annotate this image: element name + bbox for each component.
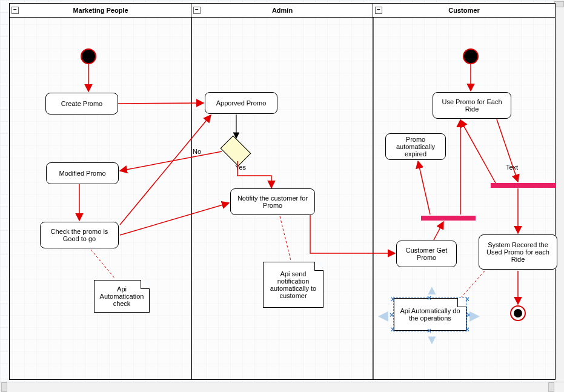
activity-label: Create Promo <box>61 100 102 107</box>
move-arrow-up[interactable]: ▲ <box>425 282 439 298</box>
note-corner-icon <box>314 262 323 271</box>
lane-header-customer: − Customer <box>373 4 555 18</box>
initial-node-marketing[interactable] <box>81 48 96 64</box>
activity-approved-promo[interactable]: Apporved Promo <box>205 92 277 114</box>
move-arrow-right[interactable]: ▶ <box>469 308 480 324</box>
activity-label: System Recored the Used Promo for each R… <box>482 241 554 263</box>
lane-header-admin: − Admin <box>191 4 373 18</box>
ruler-right-marker[interactable] <box>548 382 554 392</box>
activity-label: Apporved Promo <box>216 99 267 107</box>
activity-create-promo[interactable]: Create Promo <box>45 93 118 115</box>
fork-left[interactable] <box>421 216 476 221</box>
activity-use-promo[interactable]: Use Promo for Each Ride <box>433 92 511 119</box>
activity-label: Modified Promo <box>59 170 105 177</box>
note-corner-icon <box>141 280 150 289</box>
ruler-left-marker[interactable] <box>1 382 7 392</box>
note-label: Api Automatication check <box>97 285 147 307</box>
lane-toggle-admin[interactable]: − <box>193 7 201 14</box>
selection-handle[interactable]: × <box>390 311 394 319</box>
lane-header-marketing: − Marketing People <box>10 4 191 18</box>
activity-label: Use Promo for Each Ride <box>436 98 508 113</box>
activity-modified-promo[interactable]: Modified Promo <box>46 162 119 184</box>
final-node[interactable] <box>510 305 526 321</box>
activity-promo-expired[interactable]: Promo automatically expired <box>385 133 446 160</box>
selection-handle[interactable]: × <box>465 325 469 334</box>
note-api-auto-ops[interactable]: Api Automatically do the operations × × … <box>394 298 466 331</box>
note-label: Api send notification automatically to c… <box>266 270 320 299</box>
activity-label: Notifity the customer for Promo <box>233 194 312 209</box>
decision-label-no: No <box>193 148 201 155</box>
move-arrow-left[interactable]: ◀ <box>378 308 388 324</box>
move-arrow-down[interactable]: ▼ <box>425 332 439 348</box>
activity-label: Promo automatically expired <box>388 136 443 158</box>
activity-system-record[interactable]: System Recored the Used Promo for each R… <box>479 234 557 270</box>
lane-title-customer: Customer <box>448 7 479 14</box>
activity-check-promo[interactable]: Check the promo is Good to go <box>40 222 119 248</box>
initial-node-customer[interactable] <box>463 48 479 64</box>
note-label: Api Automatically do the operations <box>397 307 463 322</box>
lane-toggle-customer[interactable]: − <box>375 7 382 14</box>
note-api-send-notification[interactable]: Api send notification automatically to c… <box>263 262 323 308</box>
lane-title-marketing: Marketing People <box>73 7 128 14</box>
lane-marketing[interactable]: − Marketing People <box>9 3 192 380</box>
lane-toggle-marketing[interactable]: − <box>12 7 19 14</box>
edge-label-text: Text <box>506 164 518 171</box>
note-api-auto-check[interactable]: Api Automatication check <box>94 280 150 313</box>
activity-customer-get-promo[interactable]: Customer Get Promo <box>396 241 457 267</box>
activity-label: Customer Get Promo <box>399 247 454 261</box>
lane-title-admin: Admin <box>272 7 293 14</box>
activity-notify-customer[interactable]: Notifity the customer for Promo <box>230 188 315 215</box>
selection-handle[interactable]: × <box>391 325 395 334</box>
selection-handle[interactable]: × <box>465 295 469 304</box>
ruler-top-marker[interactable] <box>554 1 564 7</box>
selection-handle[interactable]: × <box>391 295 395 304</box>
scrollbar-horizontal[interactable] <box>0 382 564 392</box>
fork-right[interactable] <box>491 183 556 188</box>
decision-label-yes: Yes <box>235 164 246 171</box>
activity-label: Check the promo is Good to go <box>43 228 116 242</box>
